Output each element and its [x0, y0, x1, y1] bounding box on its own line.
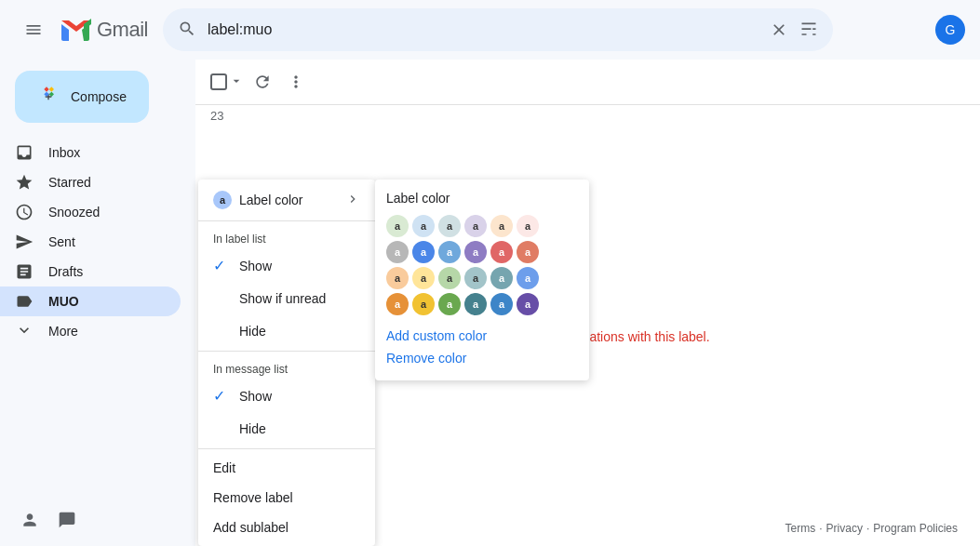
toolbar: [195, 60, 980, 105]
color-dot-3-6[interactable]: a: [517, 267, 539, 289]
terms-link[interactable]: Terms: [785, 522, 816, 535]
ctx-show-label-text: Show: [239, 259, 360, 273]
color-dot-3-3[interactable]: a: [438, 267, 461, 289]
program-policies-link[interactable]: Program Policies: [873, 522, 958, 535]
color-dot-4-6[interactable]: a: [517, 293, 539, 315]
context-menu: a Label color In label list ✓ Show ✓ Sho…: [198, 180, 375, 546]
color-dot-2-2[interactable]: a: [412, 241, 435, 263]
logo-area: Gmail: [60, 13, 148, 47]
ctx-divider-3: [198, 448, 375, 449]
muo-label: MUO: [48, 294, 79, 309]
drafts-label: Drafts: [48, 264, 83, 279]
color-dot-4-4[interactable]: a: [464, 293, 487, 315]
color-dot-1-2[interactable]: a: [412, 215, 435, 237]
ctx-edit[interactable]: Edit: [198, 453, 375, 483]
color-dot-1-6[interactable]: a: [517, 215, 539, 237]
remove-color-action[interactable]: Remove color: [386, 347, 578, 369]
account-button[interactable]: [15, 505, 45, 535]
compose-label: Compose: [71, 89, 127, 104]
more-label: More: [48, 324, 78, 339]
color-dot-1-1[interactable]: a: [386, 215, 409, 237]
ctx-edit-text: Edit: [213, 460, 360, 475]
search-clear-button[interactable]: [770, 20, 788, 39]
drafts-icon: [15, 262, 34, 281]
chat-button[interactable]: [52, 505, 82, 535]
search-icon: [178, 20, 196, 41]
sent-label: Sent: [48, 234, 75, 249]
color-dot-2-5[interactable]: a: [490, 241, 513, 263]
ctx-add-sublabel[interactable]: Add sublabel: [198, 513, 375, 542]
sidebar-item-more[interactable]: More: [0, 316, 195, 346]
color-submenu: Label color a a a a a a a a a a a a a a …: [375, 180, 589, 380]
inbox-icon: [15, 143, 34, 162]
color-row-2: a a a a a a: [386, 241, 578, 263]
hamburger-button[interactable]: [15, 11, 52, 48]
refresh-button[interactable]: [248, 67, 277, 97]
color-dot-1-5[interactable]: a: [490, 215, 513, 237]
gmail-logo-icon: [60, 13, 93, 47]
topbar-right: G: [935, 15, 965, 45]
color-dot-3-1[interactable]: a: [386, 267, 409, 289]
color-row-3: a a a a a a: [386, 267, 578, 289]
color-dot-1-3[interactable]: a: [438, 215, 461, 237]
ctx-remove-label[interactable]: Remove label: [198, 483, 375, 513]
select-dropdown-chevron[interactable]: [229, 73, 244, 91]
search-bar: [163, 8, 833, 51]
submenu-arrow-icon: [345, 192, 360, 209]
inbox-label: Inbox: [48, 145, 80, 160]
color-dot-4-1[interactable]: a: [386, 293, 409, 315]
ctx-check-show-label: ✓: [213, 257, 232, 274]
sidebar-item-drafts[interactable]: Drafts: [0, 257, 181, 286]
topbar: Gmail G: [0, 0, 980, 60]
color-dot-2-3[interactable]: a: [438, 241, 461, 263]
label-color-text: Label color: [239, 193, 338, 207]
sidebar: Compose Inbox Starred Snoozed Sent: [0, 60, 195, 546]
search-input[interactable]: [208, 21, 758, 38]
in-label-list-header: In label list: [198, 225, 375, 249]
select-all-checkbox[interactable]: [210, 73, 227, 90]
more-icon: [15, 321, 34, 342]
context-menu-label-color[interactable]: a Label color: [198, 183, 375, 217]
sent-icon: [15, 233, 34, 251]
add-custom-color-action[interactable]: Add custom color: [386, 325, 578, 347]
color-dot-3-5[interactable]: a: [490, 267, 513, 289]
ctx-show-in-label[interactable]: ✓ Show: [198, 249, 375, 282]
sidebar-item-snoozed[interactable]: Snoozed: [0, 197, 181, 227]
compose-button[interactable]: Compose: [15, 71, 149, 123]
ctx-hide-msg-text: Hide: [239, 421, 360, 436]
color-grid: a a a a a a a a a a a a a a a a a a a a: [386, 215, 578, 315]
more-options-button[interactable]: [281, 67, 311, 97]
ctx-show-if-unread-text: Show if unread: [239, 291, 360, 306]
color-dot-1-4[interactable]: a: [464, 215, 487, 237]
color-dot-4-3[interactable]: a: [438, 293, 461, 315]
compose-plus-icon: [37, 86, 60, 108]
ctx-show-if-unread[interactable]: ✓ Show if unread: [198, 282, 375, 314]
color-dot-2-6[interactable]: a: [517, 241, 539, 263]
color-dot-2-4[interactable]: a: [464, 241, 487, 263]
ctx-show-msg-text: Show: [239, 389, 360, 404]
ctx-hide-label-text: Hide: [239, 324, 360, 339]
sidebar-item-starred[interactable]: Starred: [0, 167, 181, 197]
sidebar-bottom-icons: [15, 505, 82, 535]
sidebar-item-inbox[interactable]: Inbox: [0, 138, 181, 167]
privacy-link[interactable]: Privacy: [826, 522, 863, 535]
ctx-divider-2: [198, 351, 375, 352]
in-message-list-header: In message list: [198, 355, 375, 380]
color-dot-4-2[interactable]: a: [412, 293, 435, 315]
muo-label-icon: [15, 292, 34, 311]
ctx-check-show-msg: ✓: [213, 387, 232, 405]
ctx-hide-in-label[interactable]: ✓ Hide: [198, 314, 375, 347]
snoozed-icon: [15, 203, 34, 221]
sidebar-item-sent[interactable]: Sent: [0, 227, 181, 257]
color-row-4: a a a a a a: [386, 293, 578, 315]
color-dot-3-4[interactable]: a: [464, 267, 487, 289]
color-dot-3-2[interactable]: a: [412, 267, 435, 289]
ctx-show-in-message[interactable]: ✓ Show: [198, 380, 375, 412]
color-dot-2-1[interactable]: a: [386, 241, 409, 263]
snoozed-label: Snoozed: [48, 205, 100, 220]
avatar[interactable]: G: [935, 15, 965, 45]
ctx-hide-in-message[interactable]: ✓ Hide: [198, 412, 375, 445]
sidebar-item-muo[interactable]: MUO: [0, 286, 181, 316]
search-filter-button[interactable]: [799, 20, 818, 39]
color-dot-4-5[interactable]: a: [490, 293, 513, 315]
